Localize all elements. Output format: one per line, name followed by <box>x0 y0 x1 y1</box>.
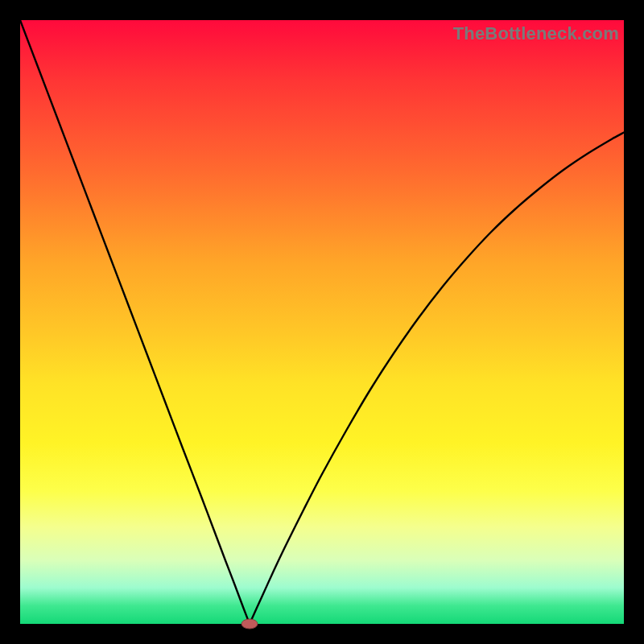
chart-svg <box>20 20 624 624</box>
plot-area: TheBottleneck.com <box>20 20 624 624</box>
minimum-marker <box>242 619 258 629</box>
curve-line <box>20 20 624 624</box>
chart-frame: TheBottleneck.com <box>0 0 644 644</box>
